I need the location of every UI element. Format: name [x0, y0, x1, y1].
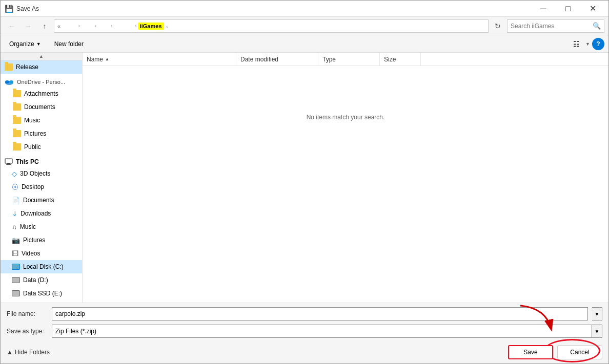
sidebar-item-videos[interactable]: 🎞 Videos [1, 247, 82, 260]
address-seg1 [62, 23, 77, 29]
music-cloud-folder-icon [13, 117, 21, 124]
col-header-type[interactable]: Type [318, 53, 380, 66]
col-header-size[interactable]: Size [380, 53, 421, 66]
svg-rect-3 [5, 159, 12, 163]
savetype-dropdown-button[interactable]: ▼ [592, 325, 602, 338]
release-folder-icon [5, 63, 13, 71]
data-d-label: Data (D:) [23, 276, 48, 284]
back-button[interactable]: ← [5, 19, 19, 33]
organize-button[interactable]: Organize ▼ [5, 37, 46, 51]
downloads-icon: ⇓ [12, 210, 17, 218]
sidebar-item-release-label: Release [16, 63, 38, 71]
sidebar-item-data-d[interactable]: Data (D:) [1, 273, 82, 287]
sidebar-item-attachments[interactable]: Attachments [1, 87, 82, 100]
organize-chevron-icon: ▼ [36, 41, 41, 47]
savetype-wrapper: Zip Files (*.zip) ▼ [52, 325, 602, 338]
hide-folders-button[interactable]: ▲ Hide Folders [7, 349, 50, 356]
search-icon: 🔍 [593, 22, 601, 30]
main-content: ▲ Release OneDrive - Perso... Attachment… [1, 53, 608, 303]
action-toolbar: Organize ▼ New folder ☷ ▼ ? [1, 35, 608, 53]
save-as-dialog: 💾 Save As ─ □ ✕ ← → ↑ « › › › [0, 0, 609, 364]
toolbar2-right: ☷ ▼ ? [569, 37, 604, 51]
sidebar-item-documents-cloud[interactable]: Documents [1, 100, 82, 114]
col-header-name[interactable]: Name ▲ [83, 53, 236, 66]
music-pc-label: Music [20, 223, 36, 230]
public-label: Public [24, 143, 41, 151]
up-button[interactable]: ↑ [37, 19, 52, 33]
address-seg3 [97, 23, 110, 29]
buttons-row: ▲ Hide Folders Save Cancel [1, 342, 608, 363]
search-box: 🔍 [507, 19, 604, 33]
3dobjects-icon: ◇ [12, 170, 17, 178]
filename-dropdown-button[interactable]: ▼ [592, 307, 602, 320]
forward-button[interactable]: → [21, 19, 35, 33]
cancel-button[interactable]: Cancel [557, 345, 602, 359]
filename-input[interactable] [52, 307, 588, 320]
sidebar-item-onedrive[interactable]: OneDrive - Perso... [1, 74, 82, 87]
svg-rect-5 [6, 164, 11, 165]
address-chevron: ⌄ [165, 23, 169, 29]
sidebar-item-music-pc[interactable]: ♫ Music [1, 220, 82, 233]
address-segments: « › › › › iiGames ⌄ [57, 23, 485, 30]
savetype-select[interactable]: Zip Files (*.zip) [52, 325, 592, 338]
sidebar-item-documents-pc[interactable]: 📄 Documents [1, 194, 82, 207]
close-button[interactable]: ✕ [581, 1, 604, 16]
titlebar-controls: ─ □ ✕ [532, 1, 604, 16]
attachments-folder-icon [13, 90, 21, 97]
documents-pc-icon: 📄 [12, 197, 20, 204]
new-folder-button[interactable]: New folder [50, 37, 88, 51]
col-header-date[interactable]: Date modified [236, 53, 318, 66]
sidebar-item-music-cloud[interactable]: Music [1, 114, 82, 127]
pictures-pc-icon: 📷 [12, 237, 20, 244]
refresh-button[interactable]: ↻ [491, 19, 505, 33]
scroll-up-area: ▲ [1, 53, 82, 60]
sidebar-item-thispc[interactable]: This PC [1, 154, 82, 167]
svg-point-1 [5, 80, 9, 83]
sidebar-item-3dobjects[interactable]: ◇ 3D Objects [1, 167, 82, 180]
minimize-button[interactable]: ─ [532, 1, 555, 16]
music-pc-icon: ♫ [12, 223, 17, 231]
videos-icon: 🎞 [12, 250, 18, 258]
pictures-pc-label: Pictures [23, 237, 45, 244]
pictures-cloud-label: Pictures [24, 130, 46, 137]
sort-arrow-icon: ▲ [105, 57, 109, 61]
maximize-button[interactable]: □ [556, 1, 580, 16]
desktop-icon: 🖸 [12, 183, 18, 191]
sidebar-item-downloads[interactable]: ⇓ Downloads [1, 207, 82, 220]
sidebar-item-pictures-cloud[interactable]: Pictures [1, 127, 82, 140]
savetype-row: Save as type: Zip Files (*.zip) ▼ [1, 325, 608, 342]
data-ssd-e-label: Data SSD (E:) [23, 290, 62, 297]
address-seg4 [114, 23, 134, 29]
music-cloud-label: Music [24, 117, 40, 124]
action-buttons: Save Cancel [508, 345, 602, 359]
help-button[interactable]: ? [592, 38, 604, 50]
downloads-label: Downloads [21, 210, 51, 217]
view-button[interactable]: ☷ [569, 37, 583, 51]
data-ssd-e-icon [12, 290, 20, 296]
sidebar-item-pictures-pc[interactable]: 📷 Pictures [1, 233, 82, 247]
sidebar-item-release[interactable]: Release [1, 60, 82, 74]
address-bar[interactable]: « › › › › iiGames ⌄ [54, 19, 489, 33]
sidebar-item-data-ssd-e[interactable]: Data SSD (E:) [1, 287, 82, 300]
sidebar-item-desktop[interactable]: 🖸 Desktop [1, 180, 82, 194]
scroll-up-icon: ▲ [39, 54, 44, 59]
titlebar-icon: 💾 [5, 5, 13, 13]
sidebar-item-local-disk[interactable]: Local Disk (C:) [1, 260, 82, 273]
sidebar-item-public[interactable]: Public [1, 140, 82, 154]
no-items-message: No items match your search. [83, 66, 608, 168]
local-disk-icon [12, 264, 20, 270]
save-button[interactable]: Save [508, 345, 553, 359]
titlebar-title: Save As [16, 5, 39, 12]
savetype-label: Save as type: [7, 328, 48, 335]
svg-point-2 [9, 80, 13, 83]
hide-folders-icon: ▲ [7, 349, 13, 356]
thispc-icon [5, 158, 13, 165]
filename-row: File name: ▼ [1, 303, 608, 325]
search-input[interactable] [511, 23, 591, 30]
organize-label: Organize [9, 40, 34, 48]
documents-cloud-label: Documents [24, 103, 55, 111]
data-d-icon [12, 277, 20, 283]
sidebar-item-data-g[interactable]: DATA (G:) [1, 300, 82, 303]
onedrive-label: OneDrive - Perso... [17, 79, 65, 85]
videos-label: Videos [22, 250, 40, 257]
